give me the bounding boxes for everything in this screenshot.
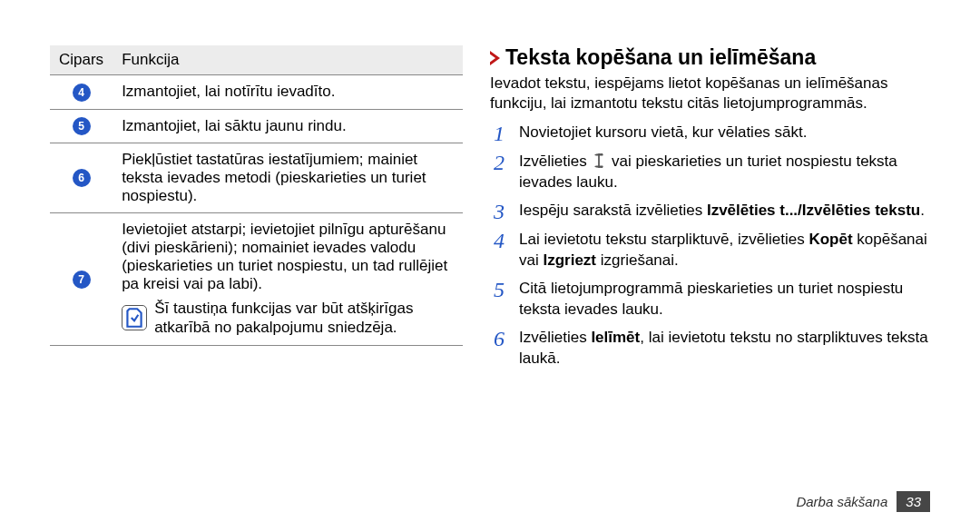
step-number: 4 [490, 230, 508, 251]
row-number-icon: 4 [73, 84, 91, 102]
step-text: Lai ievietotu tekstu starpliktuvē, izvēl… [519, 230, 930, 271]
footer-section-label: Darba sākšana [796, 494, 887, 509]
step-text: Izvēlieties Ielīmēt, lai ievietotu tekst… [519, 328, 930, 369]
step-text: Novietojiet kursoru vietā, kur vēlaties … [519, 123, 930, 143]
step-number: 3 [490, 201, 508, 222]
table-row: 6 Piekļūstiet tastatūras iestatījumiem; … [50, 143, 463, 213]
text-cursor-icon [593, 153, 605, 168]
row-text: Ievietojiet atstarpi; ievietojiet pilnīg… [122, 221, 454, 293]
note-icon [122, 305, 147, 330]
left-column: Cipars Funkcija 4 Izmantojiet, lai notīr… [50, 45, 463, 377]
row-text: Piekļūstiet tastatūras iestatījumiem; ma… [113, 143, 463, 213]
step-text: Izvēlieties vai pieskarieties un turiet … [519, 152, 930, 193]
row-text: Izmantojiet, lai sāktu jaunu rindu. [113, 109, 463, 143]
steps-list: 1 Novietojiet kursoru vietā, kur vēlatie… [490, 123, 930, 369]
list-item: 1 Novietojiet kursoru vietā, kur vēlatie… [490, 123, 930, 144]
function-table: Cipars Funkcija 4 Izmantojiet, lai notīr… [50, 45, 463, 346]
footer-page-number: 33 [897, 491, 930, 512]
list-item: 2 Izvēlieties vai pieskarieties un turie… [490, 152, 930, 193]
list-item: 6 Izvēlieties Ielīmēt, lai ievietotu tek… [490, 328, 930, 369]
step-number: 2 [490, 152, 508, 173]
row-number-icon: 7 [73, 271, 91, 289]
row-number-icon: 5 [73, 117, 91, 135]
step-number: 5 [490, 279, 508, 300]
list-item: 3 Iespēju sarakstā izvēlieties Izvēlētie… [490, 201, 930, 222]
note-text: Šī taustiņa funkcijas var būt atšķirīgas… [154, 299, 454, 338]
step-number: 6 [490, 328, 508, 350]
section-heading: Teksta kopēšana un ielīmēšana [490, 45, 930, 70]
list-item: 5 Citā lietojumprogrammā pieskarieties u… [490, 279, 930, 320]
chevron-right-icon [490, 51, 500, 65]
right-column: Teksta kopēšana un ielīmēšana Ievadot te… [481, 45, 930, 377]
step-number: 1 [490, 123, 508, 144]
step-text: Citā lietojumprogrammā pieskarieties un … [519, 279, 930, 320]
table-row: 4 Izmantojiet, lai notīrītu ievadīto. [50, 75, 463, 110]
page-footer: Darba sākšana 33 [796, 491, 930, 512]
row-cell: Ievietojiet atstarpi; ievietojiet pilnīg… [113, 213, 463, 346]
heading-text: Teksta kopēšana un ielīmēšana [505, 45, 816, 70]
intro-text: Ievadot tekstu, iespējams lietot kopēšan… [490, 74, 930, 113]
th-cipars: Cipars [50, 45, 113, 75]
th-funkcija: Funkcija [113, 45, 463, 75]
row-number-icon: 6 [73, 169, 91, 187]
row-text: Izmantojiet, lai notīrītu ievadīto. [113, 75, 463, 110]
table-row: 5 Izmantojiet, lai sāktu jaunu rindu. [50, 109, 463, 143]
page-body: Cipars Funkcija 4 Izmantojiet, lai notīr… [0, 0, 980, 404]
table-row: 7 Ievietojiet atstarpi; ievietojiet piln… [50, 213, 463, 346]
list-item: 4 Lai ievietotu tekstu starpliktuvē, izv… [490, 230, 930, 271]
note-row: Šī taustiņa funkcijas var būt atšķirīgas… [122, 299, 454, 338]
step-text: Iespēju sarakstā izvēlieties Izvēlēties … [519, 201, 930, 222]
